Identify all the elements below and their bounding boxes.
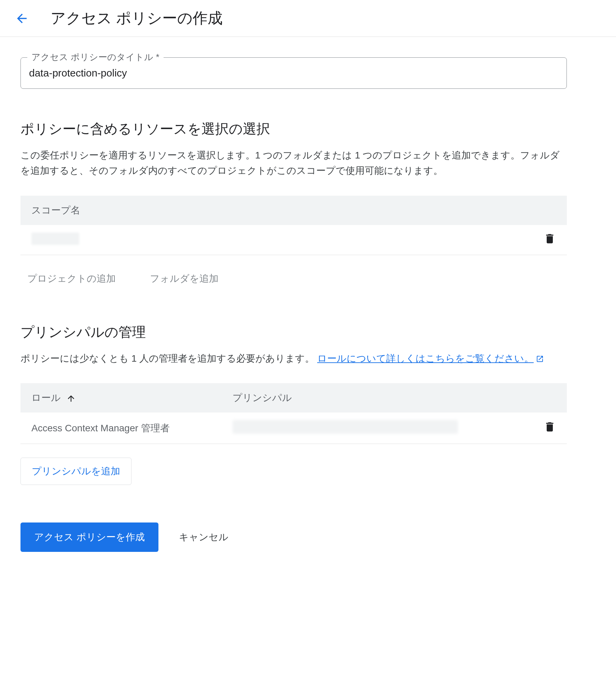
- resources-section: ポリシーに含めるリソースを選択の選択 この委任ポリシーを適用するリソースを選択し…: [20, 120, 567, 316]
- scope-actions: プロジェクトの追加 フォルダを追加: [20, 255, 567, 316]
- scope-row: [20, 225, 567, 255]
- principal-row: Access Context Manager 管理者: [20, 413, 567, 444]
- footer-actions: アクセス ポリシーを作成 キャンセル: [20, 522, 567, 552]
- create-policy-button[interactable]: アクセス ポリシーを作成: [20, 522, 158, 552]
- page-title: アクセス ポリシーの作成: [51, 8, 223, 28]
- scope-name-column: スコープ名: [20, 196, 533, 225]
- principals-heading: プリンシパルの管理: [20, 323, 567, 342]
- page-header: アクセス ポリシーの作成: [0, 0, 616, 37]
- resources-description: この委任ポリシーを適用するリソースを選択します。1 つのフォルダまたは 1 つの…: [20, 148, 567, 179]
- principal-actions-column: [533, 383, 567, 413]
- scope-actions-column: [533, 196, 567, 225]
- add-folder-button[interactable]: フォルダを追加: [150, 272, 219, 285]
- principal-column-header[interactable]: プリンシパル: [222, 383, 533, 413]
- arrow-left-icon: [15, 11, 29, 26]
- add-project-button[interactable]: プロジェクトの追加: [27, 272, 116, 285]
- back-button[interactable]: [14, 10, 30, 27]
- redacted-principal: [233, 420, 458, 434]
- principals-table: ロール プリンシパル Access Context Manager 管理者: [20, 383, 567, 444]
- external-link-icon: [536, 355, 544, 363]
- role-column-header[interactable]: ロール: [20, 383, 222, 413]
- scope-name-cell: [20, 225, 533, 255]
- principals-table-header: ロール プリンシパル: [20, 383, 567, 413]
- policy-title-field: アクセス ポリシーのタイトル *: [20, 57, 567, 89]
- cancel-button[interactable]: キャンセル: [179, 531, 228, 544]
- scope-table-header: スコープ名: [20, 196, 567, 225]
- roles-learn-more-link[interactable]: ロールについて詳しくはこちらをご覧ください。: [317, 353, 544, 364]
- delete-principal-button[interactable]: [544, 421, 556, 433]
- scope-table: スコープ名: [20, 196, 567, 255]
- trash-icon: [544, 421, 556, 433]
- principal-role-cell: Access Context Manager 管理者: [20, 413, 222, 444]
- resources-heading: ポリシーに含めるリソースを選択の選択: [20, 120, 567, 138]
- policy-title-label: アクセス ポリシーのタイトル *: [27, 51, 164, 63]
- trash-icon: [544, 233, 556, 245]
- sort-ascending-icon: [66, 394, 76, 403]
- principal-name-cell: [222, 413, 533, 444]
- principals-section: プリンシパルの管理 ポリシーには少なくとも 1 人の管理者を追加する必要がありま…: [20, 323, 567, 485]
- delete-scope-button[interactable]: [544, 233, 556, 245]
- content-area: アクセス ポリシーのタイトル * ポリシーに含めるリソースを選択の選択 この委任…: [0, 37, 587, 579]
- role-column-label: ロール: [31, 392, 61, 403]
- principals-desc-text: ポリシーには少なくとも 1 人の管理者を追加する必要があります。: [20, 353, 314, 364]
- roles-link-text: ロールについて詳しくはこちらをご覧ください。: [317, 353, 534, 364]
- principals-description: ポリシーには少なくとも 1 人の管理者を追加する必要があります。 ロールについて…: [20, 351, 567, 366]
- redacted-scope-name: [31, 233, 79, 245]
- add-principal-button[interactable]: プリンシパルを追加: [20, 458, 131, 485]
